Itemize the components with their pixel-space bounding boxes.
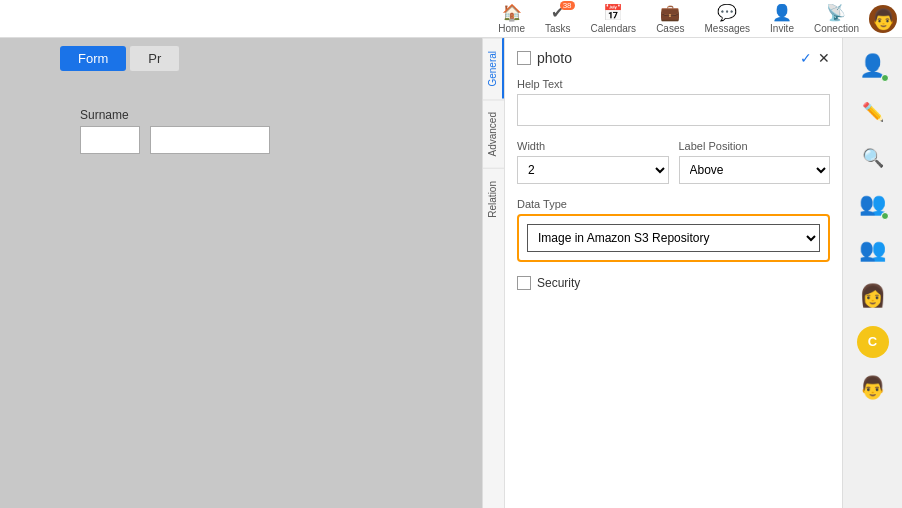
sidebar-group2-icon[interactable]: 👥 [853,230,893,270]
nav-messages[interactable]: 💬 Messages [694,1,760,36]
security-label: Security [537,276,580,290]
nav-tasks-label: Tasks [545,23,571,34]
panel-actions: ✓ ✕ [800,50,830,66]
security-row: Security [517,276,830,290]
data-type-box: Image in Amazon S3 Repository Text Numbe… [517,214,830,262]
sidebar-circle-icon[interactable]: C [853,322,893,362]
surname-field-small[interactable] [80,126,140,154]
group1-online-dot [881,212,889,220]
home-icon: 🏠 [502,3,522,22]
sidebar-person2-icon[interactable]: 👨 [853,368,893,408]
panel-header: photo ✓ ✕ [517,50,830,66]
nav-calendars[interactable]: 📅 Calendars [581,1,647,36]
nav-items: 🏠 Home 38 ✔ Tasks 📅 Calendars 💼 Cases 💬 … [488,1,902,36]
top-navigation: 🏠 Home 38 ✔ Tasks 📅 Calendars 💼 Cases 💬 … [0,0,902,38]
tab-pr[interactable]: Pr [130,46,179,71]
sidebar-edit-icon[interactable]: ✏️ [853,92,893,132]
cases-icon: 💼 [660,3,680,22]
security-checkbox[interactable] [517,276,531,290]
panel-sidebar: General Advanced Relation [483,38,505,508]
nav-messages-label: Messages [704,23,750,34]
connection-icon: 📡 [826,3,846,22]
messages-icon: 💬 [717,3,737,22]
nav-home[interactable]: 🏠 Home [488,1,535,36]
width-label-position-row: Width 2 1 3 4 Label Position Above Left … [517,140,830,184]
nav-home-label: Home [498,23,525,34]
panel-tab-general[interactable]: General [483,38,504,99]
panel-confirm-button[interactable]: ✓ [800,50,812,66]
user-online-dot [881,74,889,82]
right-panel: General Advanced Relation photo ✓ ✕ Help… [482,38,842,508]
nav-invite-label: Invite [770,23,794,34]
help-text-label: Help Text [517,78,830,90]
sidebar-user-icon[interactable]: 👤 [853,46,893,86]
label-position-label: Label Position [679,140,831,152]
nav-invite[interactable]: 👤 Invite [760,1,804,36]
sidebar-search-icon[interactable]: 🔍 [853,138,893,178]
form-tab-bar: Form Pr [60,46,179,71]
panel-main-content: photo ✓ ✕ Help Text Width 2 1 3 4 [505,38,842,508]
label-position-select[interactable]: Above Left Right [679,156,831,184]
data-type-select[interactable]: Image in Amazon S3 Repository Text Numbe… [527,224,820,252]
panel-close-button[interactable]: ✕ [818,50,830,66]
data-type-label: Data Type [517,198,830,210]
width-col: Width 2 1 3 4 [517,140,669,184]
tasks-badge: 38 [560,1,575,10]
nav-cases[interactable]: 💼 Cases [646,1,694,36]
data-type-section: Data Type Image in Amazon S3 Repository … [517,198,830,262]
width-label: Width [517,140,669,152]
sidebar-person1-icon[interactable]: 👩 [853,276,893,316]
sidebar-group1-icon[interactable]: 👥 [853,184,893,224]
user-avatar[interactable]: 👨 [869,5,897,33]
tab-form[interactable]: Form [60,46,126,71]
panel-tab-advanced[interactable]: Advanced [483,99,504,168]
panel-checkbox[interactable] [517,51,531,65]
help-text-section: Help Text [517,78,830,126]
far-right-sidebar: 👤 ✏️ 🔍 👥 👥 👩 C 👨 [842,38,902,508]
nav-cases-label: Cases [656,23,684,34]
nav-tasks[interactable]: 38 ✔ Tasks [535,1,581,36]
surname-field-main[interactable] [150,126,270,154]
width-select[interactable]: 2 1 3 4 [517,156,669,184]
nav-connection-label: Conection [814,23,859,34]
nav-connection[interactable]: 📡 Conection [804,1,869,36]
calendars-icon: 📅 [603,3,623,22]
panel-tab-relation[interactable]: Relation [483,168,504,230]
help-text-input[interactable] [517,94,830,126]
invite-icon: 👤 [772,3,792,22]
nav-calendars-label: Calendars [591,23,637,34]
label-position-col: Label Position Above Left Right [679,140,831,184]
panel-title: photo [537,50,794,66]
